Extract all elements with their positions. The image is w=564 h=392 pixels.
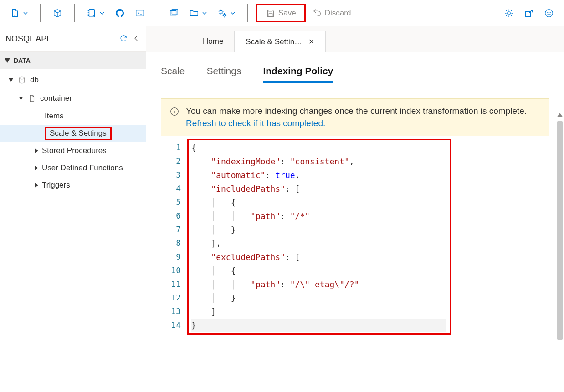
chevron-down-icon xyxy=(99,10,105,16)
save-icon xyxy=(266,8,276,18)
tab-label: Home xyxy=(203,37,223,46)
tree-leaf-triggers[interactable]: Triggers xyxy=(0,177,146,194)
tree-leaf-stored-procedures[interactable]: Stored Procedures xyxy=(0,142,146,159)
undo-icon xyxy=(312,8,322,18)
feedback-button[interactable] xyxy=(540,4,558,22)
content-pane: Scale Settings Indexing Policy You can m… xyxy=(146,52,564,344)
code-editor[interactable]: 1234567891011121314 { "indexingMode": "c… xyxy=(161,139,549,335)
svg-point-12 xyxy=(550,12,550,12)
gear-icon xyxy=(504,8,514,18)
container-name: container xyxy=(40,94,72,103)
subtab-settings[interactable]: Settings xyxy=(207,66,241,83)
cube-icon xyxy=(52,8,62,18)
caret-down-icon xyxy=(19,97,23,100)
save-label: Save xyxy=(278,9,296,18)
document-icon xyxy=(28,94,36,102)
folder-button[interactable] xyxy=(185,4,211,22)
svg-point-5 xyxy=(223,14,226,16)
svg-rect-7 xyxy=(269,13,272,16)
tab-scale-settings[interactable]: Scale & Settin… ✕ xyxy=(234,31,326,52)
subtab-scale[interactable]: Scale xyxy=(161,66,185,83)
svg-rect-3 xyxy=(172,9,178,14)
toolbar-separator xyxy=(157,4,157,22)
svg-point-13 xyxy=(20,77,25,79)
svg-rect-1 xyxy=(136,10,144,16)
folder-icon xyxy=(189,8,199,18)
new-button[interactable] xyxy=(6,4,32,22)
toolbar-separator xyxy=(40,4,41,22)
subtabs: Scale Settings Indexing Policy xyxy=(161,66,549,83)
top-toolbar: Save Discard xyxy=(0,0,564,26)
notebook-button[interactable] xyxy=(83,4,108,22)
code-text-area[interactable]: { "indexingMode": "consistent", "automat… xyxy=(187,139,451,335)
svg-point-11 xyxy=(548,12,548,12)
caret-right-icon xyxy=(35,166,38,170)
banner-refresh-link[interactable]: Refresh to check if it has completed. xyxy=(186,118,325,128)
scrollbar-thumb[interactable] xyxy=(557,121,563,340)
discard-button[interactable]: Discard xyxy=(308,4,355,22)
leaf-label: User Defined Functions xyxy=(42,163,123,173)
db-name: db xyxy=(30,76,39,85)
save-button[interactable]: Save xyxy=(256,4,306,22)
refresh-button[interactable] xyxy=(119,34,128,44)
tab-label: Scale & Settin… xyxy=(246,37,302,46)
tree-leaf-items[interactable]: Items xyxy=(0,107,146,125)
chevron-down-icon xyxy=(202,10,207,16)
banner-text: You can make more indexing changes once … xyxy=(186,106,527,116)
new-document-icon xyxy=(10,8,20,18)
scrollbar-up-button[interactable] xyxy=(557,113,563,117)
close-tab-button[interactable]: ✕ xyxy=(308,37,314,46)
github-icon xyxy=(115,8,125,18)
settings-dropdown-button[interactable] xyxy=(214,4,239,22)
svg-rect-6 xyxy=(269,10,272,12)
terminal-button[interactable] xyxy=(131,4,149,22)
leaf-label: Scale & Settings xyxy=(50,129,107,137)
tree-section-label: DATA xyxy=(14,57,31,64)
toolbar-separator xyxy=(74,4,75,22)
tree-section-data[interactable]: DATA xyxy=(0,52,146,69)
cube-button[interactable] xyxy=(49,4,66,22)
sidebar: NOSQL API DATA db container Items xyxy=(0,26,146,344)
line-number-gutter: 1234567891011121314 xyxy=(161,139,187,335)
external-link-icon xyxy=(524,8,534,18)
terminal-icon xyxy=(135,8,145,18)
svg-point-10 xyxy=(545,9,553,17)
svg-rect-2 xyxy=(170,10,176,15)
windows-icon xyxy=(169,8,179,18)
leaf-label: Triggers xyxy=(42,181,70,190)
collapse-sidebar-button[interactable] xyxy=(132,34,140,44)
info-icon xyxy=(169,107,179,117)
leaf-label: Stored Procedures xyxy=(42,146,107,155)
tree-node-container[interactable]: container xyxy=(0,89,146,107)
smile-icon xyxy=(544,8,554,18)
document-tabs: Home Scale & Settin… ✕ xyxy=(146,26,564,52)
open-external-button[interactable] xyxy=(520,4,538,22)
tree-leaf-udfs[interactable]: User Defined Functions xyxy=(0,159,146,177)
subtab-indexing-policy[interactable]: Indexing Policy xyxy=(263,66,333,83)
settings-button[interactable] xyxy=(500,4,518,22)
windows-button[interactable] xyxy=(165,4,183,22)
chevron-left-icon xyxy=(132,34,140,42)
tree: db container Items Scale & Settings Stor… xyxy=(0,69,146,199)
sidebar-title: NOSQL API xyxy=(5,34,49,44)
database-icon xyxy=(18,76,26,84)
toolbar-separator xyxy=(247,4,248,22)
sidebar-header: NOSQL API xyxy=(0,26,146,52)
tree-leaf-scale-settings[interactable]: Scale & Settings xyxy=(0,125,146,142)
caret-right-icon xyxy=(35,148,38,153)
caret-down-icon xyxy=(5,58,10,63)
svg-point-8 xyxy=(508,11,510,14)
tree-node-db[interactable]: db xyxy=(0,71,146,89)
notebook-icon xyxy=(87,8,97,18)
chevron-down-icon xyxy=(23,10,28,16)
github-button[interactable] xyxy=(111,4,128,22)
leaf-label: Items xyxy=(45,112,64,121)
tab-home[interactable]: Home xyxy=(192,31,234,52)
discard-label: Discard xyxy=(325,9,351,18)
info-banner: You can make more indexing changes once … xyxy=(161,98,549,136)
main-area: Home Scale & Settin… ✕ Scale Settings In… xyxy=(146,26,564,344)
caret-right-icon xyxy=(35,183,38,188)
caret-down-icon xyxy=(9,78,13,82)
gears-icon xyxy=(217,8,227,18)
svg-point-4 xyxy=(220,10,223,13)
